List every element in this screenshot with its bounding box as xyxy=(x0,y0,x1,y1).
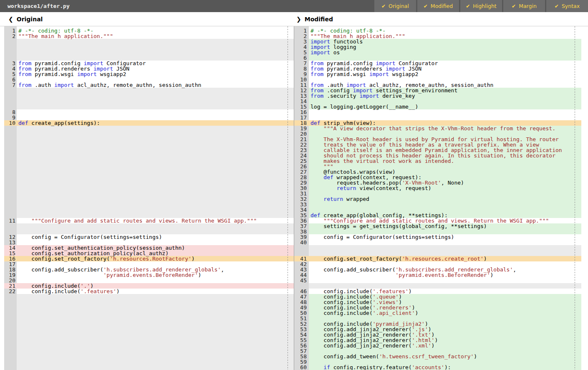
toggle-highlight-label: Highlight xyxy=(473,3,496,9)
code-segment: os xyxy=(330,49,340,56)
code-segment: ) xyxy=(409,288,412,294)
gap-row xyxy=(17,316,294,321)
gap-row xyxy=(17,164,294,169)
gap-row xyxy=(17,337,294,343)
code-segment: return xyxy=(323,196,343,202)
code-segment xyxy=(310,364,323,370)
gap-row xyxy=(17,196,294,202)
code-segment: ) xyxy=(474,353,477,360)
toolbar-toggle-buttons: ✔ Original ✔ Modified ✔ Highlight ✔ Marg… xyxy=(374,0,588,12)
code-segment: '.xml' xyxy=(412,342,432,349)
gap-row xyxy=(17,44,294,50)
code-segment xyxy=(310,272,396,278)
original-code-area[interactable]: # -*- coding: utf-8 -*-"""The main h app… xyxy=(17,26,294,370)
code-segment: import xyxy=(54,82,74,88)
line-number xyxy=(4,142,17,147)
toggle-margin-button[interactable]: ✔ Margin xyxy=(503,0,545,12)
code-segment: , None) xyxy=(441,180,464,186)
code-segment: from xyxy=(310,93,323,99)
code-segment: import xyxy=(310,49,330,56)
code-segment: config.include( xyxy=(310,310,373,316)
check-icon: ✔ xyxy=(424,3,428,9)
line-number xyxy=(4,332,17,337)
code-segment: 'h.resources.RootFactory' xyxy=(110,256,192,262)
gap-row xyxy=(17,153,294,158)
gap-row xyxy=(17,180,294,185)
code-line: from .auth import acl_authz, remote_auth… xyxy=(17,82,294,88)
code-line: from .security import derive_key xyxy=(309,93,581,99)
modified-code-area[interactable]: # -*- coding: utf-8 -*-"""The main h app… xyxy=(309,26,581,370)
column-margin-line xyxy=(575,26,575,370)
line-number xyxy=(4,321,17,327)
code-line: from pyramid.wsgi import wsgiapp2 xyxy=(17,71,294,77)
code-segment: wsgiapp2 xyxy=(97,71,126,77)
line-number xyxy=(4,131,17,137)
toggle-margin-label: Margin xyxy=(519,3,537,9)
gap-row xyxy=(17,104,294,109)
check-icon: ✔ xyxy=(555,3,559,9)
code-line xyxy=(309,109,581,115)
code-segment: log = logging.getLogger(__name__) xyxy=(310,104,418,110)
original-line-numbers: 12345678910111213141516171819202122 xyxy=(4,26,17,370)
titlebar: workspace1/after.py ✔ Original ✔ Modifie… xyxy=(0,0,588,12)
code-segment xyxy=(310,185,337,191)
code-segment: .auth xyxy=(31,82,54,88)
code-line: config = Configurator(settings=settings) xyxy=(17,234,294,240)
code-segment: '.api_client' xyxy=(373,310,415,316)
chevron-left-icon: ❮ xyxy=(8,16,13,23)
toggle-highlight-button[interactable]: ✔ Highlight xyxy=(460,0,502,12)
line-number xyxy=(4,202,17,207)
gap-row xyxy=(17,185,294,191)
gap-row xyxy=(17,207,294,213)
code-segment: view(context, request) xyxy=(356,185,432,191)
gap-row xyxy=(17,50,294,55)
modified-panel-title: Modified xyxy=(305,16,333,23)
line-number xyxy=(4,294,17,299)
line-number xyxy=(4,196,17,202)
code-segment: import xyxy=(369,71,389,77)
toggle-modified-button[interactable]: ✔ Modified xyxy=(417,0,459,12)
code-segment: '.features' xyxy=(81,288,116,294)
original-left-margin xyxy=(0,26,4,370)
code-segment xyxy=(18,272,103,278)
code-segment: pyramid.wsgi xyxy=(323,71,369,77)
code-segment: 'accounts' xyxy=(412,364,444,370)
code-segment: settings = get_settings(global_config, *… xyxy=(310,223,487,229)
toggle-syntax-button[interactable]: ✔ Syntax xyxy=(546,0,588,12)
line-number xyxy=(4,175,17,180)
code-line: def create_app(settings): xyxy=(17,120,294,126)
line-number: 7 xyxy=(4,82,17,88)
code-segment: ) xyxy=(432,342,435,349)
code-line: """A view decorator that strips the X-Vh… xyxy=(309,126,581,131)
gap-row xyxy=(17,147,294,153)
line-number xyxy=(4,147,17,153)
code-line: config.add_tween('h.tweens.csrf_tween_fa… xyxy=(309,354,581,359)
line-number xyxy=(4,137,17,142)
gap-row xyxy=(17,169,294,175)
code-segment xyxy=(310,196,323,202)
check-icon: ✔ xyxy=(381,3,386,9)
line-number xyxy=(294,245,309,251)
code-segment: , xyxy=(513,266,516,273)
gap-row xyxy=(17,305,294,310)
code-line: return view(context, request) xyxy=(309,185,581,191)
toggle-original-button[interactable]: ✔ Original xyxy=(374,0,416,12)
code-segment: config.registry.feature( xyxy=(330,364,412,370)
code-segment: return xyxy=(337,185,356,191)
gap-row xyxy=(17,88,294,93)
code-segment: ) xyxy=(490,272,493,278)
code-line: return wrapped xyxy=(309,196,581,202)
line-number xyxy=(4,365,17,370)
code-line: config.include('.features') xyxy=(17,289,294,294)
line-number xyxy=(4,191,17,196)
code-line xyxy=(17,109,294,115)
code-segment: ) xyxy=(198,272,201,278)
code-segment: def xyxy=(18,120,28,126)
modified-right-margin xyxy=(581,26,588,370)
line-number xyxy=(4,50,17,55)
gap-row xyxy=(17,175,294,180)
line-number xyxy=(4,316,17,321)
gap-row xyxy=(17,310,294,316)
gap-row xyxy=(17,93,294,99)
code-segment: from xyxy=(18,71,31,77)
